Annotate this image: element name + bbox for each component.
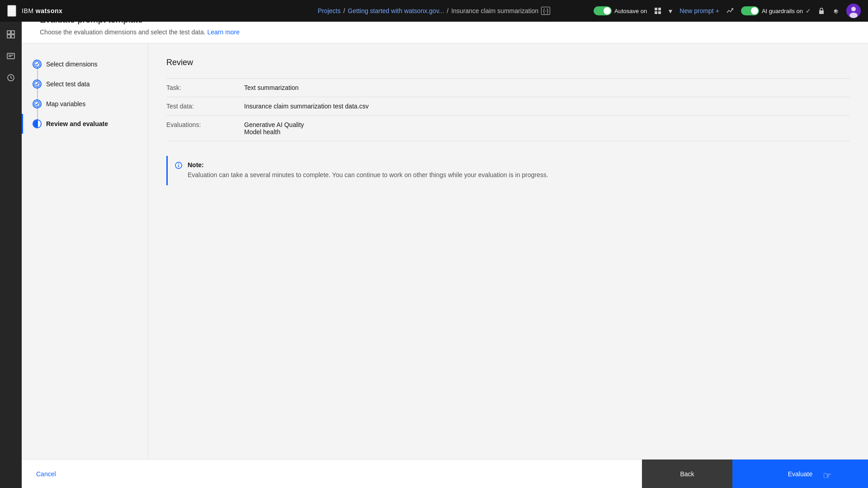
svg-rect-4 <box>819 10 824 14</box>
note-title: Note: <box>188 161 548 169</box>
step-icon-select-test-data <box>33 80 42 89</box>
info-icon <box>175 162 182 171</box>
breadcrumb-getting-started[interactable]: Getting started with watsonx.gov... <box>348 7 444 14</box>
ai-guardrails-toggle[interactable] <box>741 6 759 15</box>
modal-subtitle: Choose the evaluation dimensions and sel… <box>40 28 850 36</box>
step-label-review-evaluate: Review and evaluate <box>46 120 108 127</box>
svg-rect-10 <box>7 35 10 38</box>
svg-rect-12 <box>7 53 14 59</box>
review-label-task: Task: <box>166 84 230 91</box>
learn-more-link[interactable]: Learn more <box>207 28 240 36</box>
svg-point-21 <box>178 164 179 164</box>
ai-guardrails-label: AI guardrails on <box>762 8 803 14</box>
review-row-evaluations: Evaluations: Generative AI Quality Model… <box>166 116 850 141</box>
review-content: Review Task: Text summarization Test dat… <box>148 43 868 459</box>
svg-point-16 <box>34 61 40 67</box>
dropdown-button[interactable]: ▾ <box>669 7 672 15</box>
review-title: Review <box>166 58 850 67</box>
svg-rect-2 <box>655 11 657 14</box>
step-icon-select-dimensions <box>33 60 42 69</box>
new-prompt-button[interactable]: New prompt + <box>679 7 719 14</box>
autosave-toggle[interactable] <box>594 6 612 15</box>
lock-icon-button[interactable] <box>818 7 825 14</box>
cursor-icon: ☞ <box>823 470 832 482</box>
svg-point-17 <box>34 81 40 87</box>
sidebar-icon-prompt[interactable] <box>4 49 18 63</box>
review-value-task: Text summarization <box>244 84 299 91</box>
svg-rect-1 <box>658 8 661 10</box>
note-text: Evaluation can take a several minutes to… <box>188 170 548 180</box>
step-select-dimensions[interactable]: Select dimensions <box>22 54 148 74</box>
step-label-select-test-data: Select test data <box>46 80 90 88</box>
svg-rect-0 <box>655 8 657 10</box>
cancel-button[interactable]: Cancel <box>22 460 71 488</box>
svg-point-18 <box>34 101 40 107</box>
review-label-evaluations: Evaluations: <box>166 121 230 136</box>
step-review-evaluate[interactable]: Review and evaluate <box>22 114 148 134</box>
topbar-controls: Autosave on ▾ New prompt + AI guardrails… <box>594 4 861 18</box>
review-row-task: Task: Text summarization <box>166 78 850 97</box>
evaluate-modal: Evaluate prompt template Choose the eval… <box>22 0 868 488</box>
review-row-test-data: Test data: Insurance claim summarization… <box>166 97 850 116</box>
step-label-map-variables: Map variables <box>46 100 85 108</box>
autosave-toggle-group: Autosave on <box>594 6 647 15</box>
back-button[interactable]: Back <box>642 460 732 488</box>
review-value-test-data: Insurance claim summarization test data.… <box>244 103 368 110</box>
evaluate-button[interactable]: Evaluate ☞ <box>732 460 868 488</box>
wizard-steps-sidebar: Select dimensions Select test data <box>22 43 148 459</box>
step-icon-review-evaluate <box>33 119 42 128</box>
left-sidebar <box>0 22 22 488</box>
step-select-test-data[interactable]: Select test data <box>22 74 148 94</box>
review-label-test-data: Test data: <box>166 103 230 110</box>
svg-rect-3 <box>658 11 661 14</box>
review-table: Task: Text summarization Test data: Insu… <box>166 78 850 141</box>
svg-rect-9 <box>11 31 14 34</box>
topbar: ☰ IBM watsonx Projects / Getting started… <box>0 0 868 22</box>
main-layout: Evaluate prompt template Choose the eval… <box>0 22 868 488</box>
breadcrumb: Projects / Getting started with watsonx.… <box>318 7 550 15</box>
sidebar-icon-history[interactable] <box>4 70 18 85</box>
ai-guardrails-check-icon: ✓ <box>806 7 811 14</box>
breadcrumb-current: Insurance claim summarization <box>451 7 538 14</box>
review-value-evaluations: Generative AI Quality Model health <box>244 121 304 136</box>
svg-rect-8 <box>7 31 10 34</box>
avatar[interactable] <box>846 4 861 18</box>
sidebar-icon-grid[interactable] <box>4 27 18 42</box>
svg-point-7 <box>849 13 858 18</box>
svg-point-6 <box>851 7 856 11</box>
settings-icon-button[interactable] <box>832 7 839 14</box>
brand-logo: IBM watsonx <box>22 7 62 14</box>
hamburger-menu-button[interactable]: ☰ <box>7 5 16 17</box>
step-map-variables[interactable]: Map variables <box>22 94 148 114</box>
note-box: Note: Evaluation can take a several minu… <box>166 156 850 185</box>
autosave-label: Autosave on <box>614 8 647 14</box>
view-options-button[interactable] <box>654 7 661 14</box>
svg-rect-11 <box>11 35 14 38</box>
chart-button[interactable] <box>726 7 734 14</box>
ai-guardrails-toggle-group: AI guardrails on ✓ <box>741 6 811 15</box>
modal-body: Select dimensions Select test data <box>22 43 868 459</box>
breadcrumb-projects[interactable]: Projects <box>318 7 341 14</box>
breadcrumb-icon[interactable]: {-} <box>541 7 550 15</box>
step-icon-map-variables <box>33 99 42 108</box>
step-label-select-dimensions: Select dimensions <box>46 61 98 68</box>
modal-footer: Cancel Back Evaluate ☞ <box>22 459 868 488</box>
